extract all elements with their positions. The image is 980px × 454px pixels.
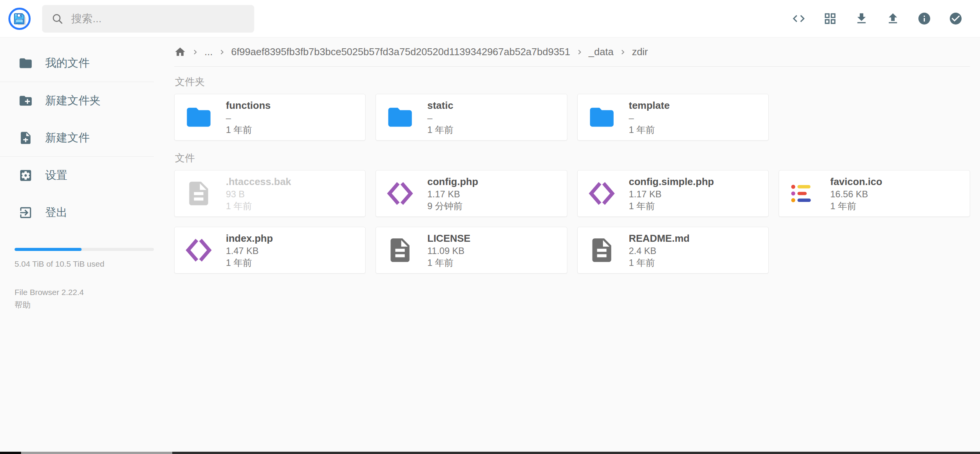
select-multiple-button[interactable] (946, 10, 965, 28)
file-name: README.md (629, 232, 690, 245)
file-card[interactable]: config.php 1.17 KB 9 分钟前 (376, 170, 567, 217)
app-logo[interactable] (8, 8, 31, 30)
files-section-header: 文件 (175, 151, 970, 165)
scrollbar-corner (0, 452, 21, 454)
chevron-right-icon (575, 48, 584, 57)
file-modified: 1 年前 (226, 257, 273, 269)
breadcrumb-zdir[interactable]: zdir (632, 46, 648, 58)
grid-view-button[interactable] (821, 10, 839, 28)
file-name: .htaccess.bak (226, 175, 291, 188)
scrollbar-thumb[interactable] (21, 452, 172, 454)
folder-modified: 1 年前 (427, 124, 453, 136)
folder-icon (386, 103, 414, 131)
file-card[interactable]: favicon.ico 16.56 KB 1 年前 (779, 170, 970, 217)
sidebar-item-new-folder[interactable]: 新建文件夹 (0, 82, 165, 119)
logout-icon (18, 205, 33, 220)
info-button[interactable] (915, 10, 933, 28)
disk-usage-text: 5.04 TiB of 10.5 TiB used (15, 259, 154, 269)
folder-info: static – 1 年前 (427, 99, 453, 136)
chevron-right-icon (217, 48, 227, 57)
files-grid: .htaccess.bak 93 B 1 年前 config.php 1.17 … (174, 170, 970, 274)
file-modified: 1 年前 (226, 200, 291, 212)
folder-modified: 1 年前 (226, 124, 271, 136)
file-size: 11.09 KB (427, 245, 470, 257)
file-card[interactable]: LICENSE 11.09 KB 1 年前 (376, 227, 567, 274)
folder-name: functions (226, 99, 271, 112)
file-card[interactable]: README.md 2.4 KB 1 年前 (577, 227, 769, 274)
sidebar-item-settings[interactable]: 设置 (0, 157, 165, 194)
sidebar-item-label: 我的文件 (45, 56, 90, 71)
folder-info: template – 1 年前 (629, 99, 670, 136)
file-size: 1.17 KB (629, 188, 714, 200)
folder-icon (588, 103, 616, 131)
file-size: 93 B (226, 188, 291, 200)
image-thumbnail (789, 179, 817, 208)
breadcrumb-hash[interactable]: 6f99aef8395fb3fb7b3bce5025b57fd3a75d2052… (231, 46, 570, 58)
code-file-icon (588, 179, 616, 208)
folders-grid: functions – 1 年前 static – 1 年前 (174, 94, 970, 141)
new-folder-icon (18, 93, 33, 108)
file-info: .htaccess.bak 93 B 1 年前 (226, 175, 291, 212)
file-card[interactable]: .htaccess.bak 93 B 1 年前 (174, 170, 366, 217)
folder-modified: 1 年前 (629, 124, 670, 136)
credits: File Browser 2.22.4 帮助 (15, 286, 154, 311)
horizontal-scrollbar (0, 452, 980, 454)
folder-size: – (629, 112, 670, 124)
file-size: 16.56 KB (830, 188, 882, 200)
file-size: 1.47 KB (226, 245, 273, 257)
document-icon (588, 236, 616, 264)
file-info: index.php 1.47 KB 1 年前 (226, 232, 273, 269)
file-name: favicon.ico (830, 175, 882, 188)
download-icon (854, 11, 869, 26)
sidebar-item-label: 新建文件 (45, 130, 90, 146)
file-modified: 9 分钟前 (427, 200, 478, 212)
sidebar: 我的文件 新建文件夹 新建文件 设置 登出 (0, 38, 165, 452)
folder-name: static (427, 99, 453, 112)
download-button[interactable] (852, 10, 871, 28)
file-info: LICENSE 11.09 KB 1 年前 (427, 232, 470, 269)
folder-info: functions – 1 年前 (226, 99, 271, 136)
search-input[interactable] (71, 13, 245, 25)
upload-icon (886, 11, 900, 26)
header (0, 0, 980, 38)
file-size: 2.4 KB (629, 245, 690, 257)
file-name: config.php (427, 175, 478, 188)
info-icon (917, 11, 931, 26)
folder-card[interactable]: template – 1 年前 (577, 94, 769, 141)
sidebar-item-logout[interactable]: 登出 (0, 194, 165, 231)
folder-icon (18, 56, 33, 70)
chevron-right-icon (191, 48, 200, 57)
folder-size: – (427, 112, 453, 124)
file-modified: 1 年前 (830, 200, 882, 212)
breadcrumb-data[interactable]: _data (589, 46, 614, 58)
folder-card[interactable]: functions – 1 年前 (174, 94, 366, 141)
file-info: README.md 2.4 KB 1 年前 (629, 232, 690, 269)
check-circle-icon (949, 11, 963, 26)
file-modified: 1 年前 (427, 257, 470, 269)
sidebar-item-my-files[interactable]: 我的文件 (0, 44, 165, 82)
settings-icon (18, 168, 33, 183)
file-name: index.php (226, 232, 273, 245)
folder-card[interactable]: static – 1 年前 (376, 94, 567, 141)
switch-view-button[interactable] (789, 10, 808, 28)
search-bar[interactable] (42, 5, 254, 33)
code-file-icon (185, 236, 213, 264)
app-version: File Browser 2.22.4 (15, 286, 154, 299)
breadcrumb-home[interactable] (174, 46, 186, 58)
file-size: 1.17 KB (427, 188, 478, 200)
file-modified: 1 年前 (629, 200, 714, 212)
upload-button[interactable] (884, 10, 902, 28)
search-icon (51, 13, 64, 25)
chevron-right-icon (618, 48, 627, 57)
document-icon (185, 179, 213, 208)
sidebar-item-label: 登出 (45, 205, 67, 220)
breadcrumb-ellipsis[interactable]: ... (204, 46, 213, 58)
help-link[interactable]: 帮助 (15, 299, 31, 311)
code-file-icon (386, 179, 414, 208)
file-name: config.simple.php (629, 175, 714, 188)
folder-size: – (226, 112, 271, 124)
sidebar-item-new-file[interactable]: 新建文件 (0, 119, 165, 156)
file-card[interactable]: index.php 1.47 KB 1 年前 (174, 227, 366, 274)
new-file-icon (18, 131, 33, 145)
file-card[interactable]: config.simple.php 1.17 KB 1 年前 (577, 170, 769, 217)
